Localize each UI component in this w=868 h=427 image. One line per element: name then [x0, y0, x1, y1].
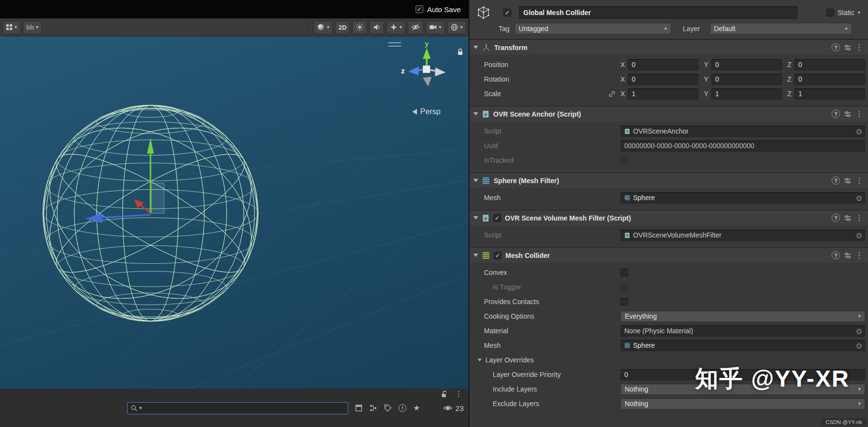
link-constrain-icon[interactable]: [608, 90, 616, 98]
foldout-arrow-icon[interactable]: [473, 179, 478, 182]
tag-filter-button[interactable]: [384, 404, 392, 412]
ovr-scene-anchor-header[interactable]: # OVR Scene Anchor (Script) ? ⋮: [469, 106, 868, 121]
search-field[interactable]: ▾: [127, 402, 348, 414]
lock-icon[interactable]: [457, 48, 464, 56]
object-picker-icon[interactable]: ⊙: [856, 128, 862, 135]
kebab-menu-icon[interactable]: ⋮: [455, 390, 463, 398]
provides-contacts-checkbox[interactable]: ✓: [620, 298, 628, 306]
mesh-object-field[interactable]: Sphere ⊙: [620, 192, 865, 204]
component-title: Transform: [494, 44, 527, 51]
kebab-menu-icon[interactable]: ⋮: [855, 177, 863, 185]
tag-dropdown[interactable]: Untagged ▾: [515, 23, 671, 34]
component-enabled-checkbox[interactable]: ✓: [493, 214, 501, 222]
include-layers-dropdown[interactable]: Nothing ▾: [620, 384, 865, 395]
object-picker-icon[interactable]: ⊙: [856, 232, 862, 239]
presets-icon[interactable]: [844, 214, 851, 222]
gizmo-z-cone[interactable]: [408, 67, 419, 75]
gizmo-back-cone[interactable]: [423, 77, 432, 86]
favorites-button[interactable]: ★: [413, 404, 420, 412]
kebab-menu-icon[interactable]: ⋮: [855, 252, 863, 259]
kebab-menu-icon[interactable]: ⋮: [855, 44, 863, 51]
grid-snap-button[interactable]: ▾: [23, 21, 42, 34]
component-enabled-checkbox[interactable]: ✓: [494, 252, 501, 259]
help-icon[interactable]: ?: [832, 110, 840, 118]
exclude-layers-dropdown[interactable]: Nothing ▾: [620, 398, 865, 410]
layer-override-priority-input[interactable]: [620, 369, 865, 380]
kebab-menu-icon[interactable]: ⋮: [855, 110, 863, 118]
unlock-icon[interactable]: [441, 390, 448, 398]
static-dropdown-caret-icon[interactable]: ▾: [858, 10, 860, 15]
foldout-arrow-icon[interactable]: [473, 254, 478, 257]
gizmo-center-cube[interactable]: [423, 66, 430, 73]
ovr-volume-mesh-filter-header[interactable]: # ✓ OVR Scene Volume Mesh Filter (Script…: [469, 210, 868, 225]
gameobject-name-input[interactable]: [519, 6, 798, 19]
scene-visibility-button[interactable]: [408, 21, 423, 34]
position-y-input[interactable]: [711, 59, 782, 70]
scale-y-input[interactable]: [711, 88, 782, 100]
grid-handle-icon: [6, 24, 13, 31]
scene-visibility-count[interactable]: 23: [443, 404, 464, 412]
mesh-filter-header[interactable]: Sphere (Mesh Filter) ? ⋮: [469, 173, 868, 188]
hierarchy-links-button[interactable]: [369, 404, 377, 412]
effects-sparkle-icon: [390, 23, 398, 31]
help-icon[interactable]: ?: [832, 251, 840, 259]
kebab-menu-icon[interactable]: ⋮: [855, 214, 863, 222]
position-z-input[interactable]: [794, 59, 865, 70]
tool-settings-button[interactable]: ▾: [2, 21, 20, 34]
presets-icon[interactable]: [844, 110, 851, 118]
effects-button[interactable]: ▾: [386, 21, 405, 34]
presets-icon[interactable]: [844, 177, 851, 185]
gameobject-active-checkbox[interactable]: ✓: [503, 9, 511, 17]
maximize-window-button[interactable]: [355, 404, 363, 412]
position-x-input[interactable]: [628, 59, 699, 70]
gizmo-z-label[interactable]: z: [401, 67, 405, 75]
mesh-collider-header[interactable]: ✓ Mesh Collider ? ⋮: [469, 248, 868, 263]
help-icon[interactable]: ?: [832, 214, 840, 222]
rotation-x-input[interactable]: [628, 74, 699, 85]
search-filter-caret-icon[interactable]: ▾: [139, 406, 142, 410]
rotation-y-input[interactable]: [711, 74, 782, 85]
scene-lighting-button[interactable]: [352, 21, 367, 34]
layer-overrides-foldout[interactable]: Layer Overrides: [469, 353, 868, 367]
gizmo-y-cone[interactable]: [423, 48, 431, 59]
help-icon[interactable]: ?: [832, 43, 840, 51]
layer-overrides-label: Layer Overrides: [485, 356, 534, 364]
presets-icon[interactable]: [844, 44, 851, 51]
auto-save-toggle[interactable]: ✓ Auto Save: [416, 5, 461, 14]
auto-save-checkbox[interactable]: ✓: [416, 5, 423, 13]
material-object-field[interactable]: None (Physic Material) ⊙: [620, 325, 865, 337]
transform-header[interactable]: Transform ? ⋮: [469, 40, 868, 55]
mesh-object-field[interactable]: Sphere ⊙: [620, 340, 865, 351]
scale-z-input[interactable]: [794, 88, 865, 100]
convex-checkbox[interactable]: ✓: [620, 269, 628, 276]
perspective-toggle[interactable]: Persp: [396, 107, 457, 116]
foldout-arrow-icon[interactable]: [478, 359, 482, 361]
camera-overlay-button[interactable]: ▾: [426, 21, 445, 34]
2d-toggle-button[interactable]: 2D: [335, 21, 350, 34]
static-checkbox[interactable]: ✓: [826, 9, 834, 17]
object-picker-icon[interactable]: ⊙: [856, 194, 862, 202]
foldout-arrow-icon[interactable]: [473, 112, 478, 116]
layer-dropdown[interactable]: Default ▾: [710, 23, 852, 34]
help-icon[interactable]: ?: [832, 176, 840, 185]
script-object-field[interactable]: # OVRSceneVolumeMeshFilter ⊙: [620, 230, 865, 241]
search-input[interactable]: [144, 405, 345, 412]
presets-icon[interactable]: [844, 252, 851, 259]
rotation-z-input[interactable]: [794, 74, 865, 85]
foldout-arrow-icon[interactable]: [473, 216, 478, 220]
scale-x-input[interactable]: [628, 88, 699, 100]
object-picker-icon[interactable]: ⊙: [856, 327, 862, 335]
warning-filter-button[interactable]: !: [399, 404, 406, 412]
eye-slash-icon: [411, 23, 420, 31]
foldout-arrow-icon[interactable]: [473, 46, 478, 49]
draw-mode-button[interactable]: ▾: [314, 21, 333, 34]
cooking-options-dropdown[interactable]: Everything ▾: [620, 311, 865, 322]
gizmos-menu-button[interactable]: ▾: [447, 21, 466, 34]
script-object-field[interactable]: # OVRSceneAnchor ⊙: [620, 126, 865, 137]
object-picker-icon[interactable]: ⊙: [856, 342, 862, 349]
scene-viewport[interactable]: y z Persp: [0, 36, 468, 389]
gizmo-y-label[interactable]: y: [425, 40, 429, 48]
scene-audio-button[interactable]: [369, 21, 384, 34]
orientation-gizmo[interactable]: y z: [398, 40, 456, 99]
gizmo-x-cone[interactable]: [435, 68, 446, 76]
